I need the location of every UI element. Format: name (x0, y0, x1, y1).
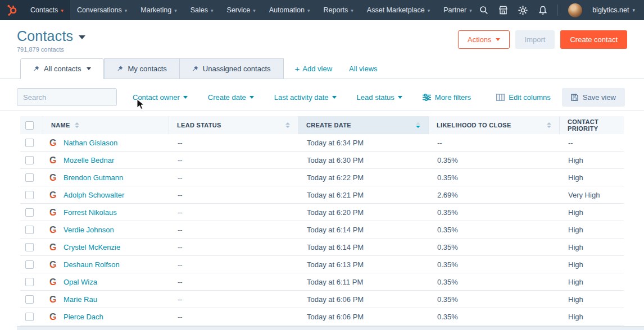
row-checkbox[interactable] (25, 226, 34, 234)
edit-columns-button[interactable]: Edit columns (496, 93, 550, 102)
row-checkbox[interactable] (25, 243, 34, 251)
nav-item-automation[interactable]: Automation▾ (262, 0, 317, 20)
nav-item-contacts[interactable]: Contacts▾ (24, 0, 70, 20)
account-name: biglytics.net (592, 6, 629, 14)
priority-cell: -- (559, 134, 624, 151)
row-checkbox-cell (20, 273, 43, 290)
contact-name-link[interactable]: Nathan Gislason (64, 139, 117, 147)
tab-all-contacts[interactable]: All contacts (20, 58, 104, 79)
contact-name-link[interactable]: Mozelle Bednar (64, 156, 114, 164)
nav-item-reports[interactable]: Reports▾ (317, 0, 360, 20)
nav-item-sales[interactable]: Sales▾ (184, 0, 220, 20)
column-header-lead-status[interactable]: LEAD STATUS (169, 116, 298, 134)
column-header-contact-priority[interactable]: CONTACT PRIORITY (559, 116, 624, 134)
filter-contact-owner[interactable]: Contact owner (133, 93, 188, 102)
filter-last-activity-date[interactable]: Last activity date (274, 93, 337, 102)
page-title-dropdown[interactable]: Contacts (17, 28, 85, 44)
top-navigation: Contacts▾Conversations▾Marketing▾Sales▾S… (0, 0, 644, 20)
row-checkbox[interactable] (25, 260, 34, 269)
row-checkbox[interactable] (25, 191, 34, 199)
contact-name-link[interactable]: Verdie Johnson (64, 226, 114, 234)
save-view-button[interactable]: Save view (562, 88, 625, 107)
column-label: CONTACT PRIORITY (568, 118, 616, 132)
notifications-icon[interactable] (538, 6, 547, 15)
add-view-link[interactable]: + Add view (295, 64, 333, 74)
priority-cell: High (559, 291, 624, 308)
nav-item-service[interactable]: Service▾ (220, 0, 262, 20)
contact-name-link[interactable]: Marie Rau (64, 295, 97, 304)
horizontal-scrollbar[interactable] (17, 326, 644, 330)
contact-name-link[interactable]: Crystel McKenzie (64, 243, 120, 251)
nav-item-asset-marketplace[interactable]: Asset Marketplace▾ (360, 0, 437, 20)
chevron-down-icon (183, 96, 188, 99)
nav-item-conversations[interactable]: Conversations▾ (70, 0, 134, 20)
create-date-cell: Today at 6:20 PM (298, 204, 428, 221)
contact-name-link[interactable]: Brendon Gutmann (64, 173, 123, 182)
nav-item-marketing[interactable]: Marketing▾ (134, 0, 183, 20)
import-button[interactable]: Import (515, 30, 555, 49)
more-filters-button[interactable]: More filters (423, 93, 471, 102)
row-checkbox-cell (20, 134, 43, 151)
table-row: GGDeshaun Rolfson--Today at 6:13 PM0.35%… (20, 256, 624, 273)
table-row: GGNathan Gislason--Today at 6:34 PM---- (20, 134, 624, 152)
nav-item-partner[interactable]: Partner▾ (437, 0, 479, 20)
filter-create-date[interactable]: Create date (208, 93, 254, 102)
hubspot-sprocket-icon (6, 4, 18, 16)
contact-name-link[interactable]: Forrest Nikolaus (64, 208, 117, 217)
hubspot-logo[interactable] (0, 0, 24, 20)
user-avatar[interactable] (568, 3, 582, 17)
nav-item-label: Conversations (77, 6, 122, 14)
select-all-checkbox[interactable] (25, 121, 34, 130)
all-views-link[interactable]: All views (349, 65, 378, 73)
filter-lead-status[interactable]: Lead status (357, 93, 402, 102)
create-date-cell: Today at 6:11 PM (298, 273, 428, 290)
likelihood-cell: -- (428, 134, 559, 151)
account-menu[interactable]: biglytics.net ▾ (592, 6, 635, 14)
settings-icon[interactable] (518, 6, 528, 15)
contact-avatar-icon: GG (49, 173, 58, 182)
column-header-name[interactable]: NAME (43, 116, 169, 134)
filter-label: Contact owner (133, 93, 180, 102)
lead-status-cell: -- (169, 221, 298, 238)
chevron-down-icon: ▾ (61, 8, 64, 13)
priority-cell: High (559, 308, 624, 325)
actions-button[interactable]: Actions (458, 30, 510, 49)
search-icon[interactable] (479, 6, 488, 15)
tab-my-contacts[interactable]: My contacts (104, 58, 179, 79)
chevron-down-icon (332, 96, 337, 99)
row-checkbox[interactable] (25, 278, 34, 286)
contacts-table: NAMELEAD STATUSCREATE DATELIKELIHOOD TO … (20, 116, 624, 326)
likelihood-cell: 0.35% (428, 169, 559, 186)
column-header-likelihood-to-close[interactable]: LIKELIHOOD TO CLOSE (428, 116, 559, 134)
contact-avatar-icon: GG (49, 155, 58, 165)
row-checkbox[interactable] (25, 295, 34, 304)
priority-cell: High (559, 221, 624, 238)
create-date-cell: Today at 6:14 PM (298, 221, 428, 238)
likelihood-cell: 0.35% (428, 256, 559, 273)
contact-name-link[interactable]: Opal Wiza (64, 278, 97, 286)
contact-name-link[interactable]: Deshaun Rolfson (64, 260, 120, 269)
tab-label: My contacts (128, 65, 166, 73)
lead-status-cell: -- (169, 186, 298, 203)
row-checkbox[interactable] (25, 156, 34, 164)
row-checkbox[interactable] (25, 208, 34, 217)
lead-status-cell: -- (169, 239, 298, 255)
row-checkbox-cell (20, 239, 43, 255)
column-header-create-date[interactable]: CREATE DATE (298, 116, 428, 134)
contact-name-link[interactable]: Adolph Schowalter (64, 191, 124, 199)
search-input[interactable] (23, 93, 122, 102)
sort-arrows-icon (285, 122, 290, 128)
name-cell: GGForrest Nikolaus (43, 204, 169, 221)
chevron-down-icon: ▾ (351, 8, 353, 13)
tab-unassigned-contacts[interactable]: Unassigned contacts (179, 58, 284, 79)
contact-name-link[interactable]: Pierce Dach (64, 313, 103, 321)
name-cell: GGNathan Gislason (43, 134, 169, 151)
likelihood-cell: 0.35% (428, 308, 559, 325)
row-checkbox[interactable] (25, 173, 34, 182)
create-contact-button[interactable]: Create contact (560, 30, 627, 49)
lead-status-cell: -- (169, 308, 298, 325)
marketplace-icon[interactable] (498, 6, 508, 15)
filter-label: Create date (208, 93, 246, 102)
row-checkbox[interactable] (25, 139, 34, 147)
row-checkbox[interactable] (25, 313, 34, 321)
